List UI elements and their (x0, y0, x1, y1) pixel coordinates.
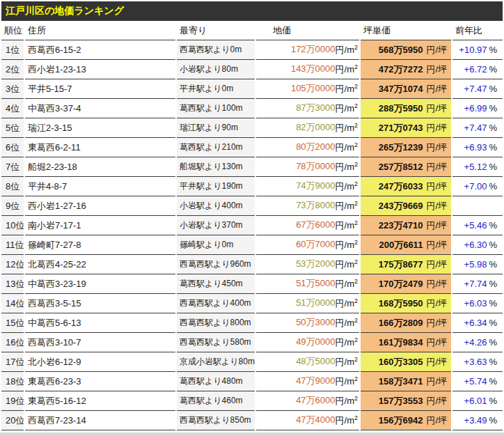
table-row: 6位 東葛西6-2-11 葛西駅より210m 80万2000円/m2 265万1… (1, 137, 503, 157)
table-row: 17位 北小岩6-12-9 京成小岩駅より80m 48万5000円/m2 160… (1, 352, 503, 371)
price-value: 105万0000 (291, 84, 336, 94)
rank-cell: 6位 (1, 137, 24, 157)
rank-cell: 15位 (1, 313, 24, 332)
tsubo-price-cell: 166万2809円/坪 (361, 313, 451, 332)
table-row: 10位 南小岩7-17-1 小岩駅より370m 67万6000円/m2 223万… (1, 215, 503, 235)
table-row: 19位 東葛西5-16-12 葛西駅より460m 47万6000円/m2 157… (1, 391, 503, 410)
rank-cell: 20位 (1, 410, 24, 430)
address-cell: 北小岩6-12-9 (25, 352, 175, 371)
tsubo-price-cell: 243万9669円/坪 (361, 196, 451, 215)
price-cell: 82万0000円/m2 (256, 118, 359, 137)
tsubo-price-cell: 161万9834円/坪 (361, 332, 451, 352)
yoy-cell: +6.72% (452, 59, 503, 79)
rank-cell: 19位 (1, 391, 24, 410)
price-unit: 円/m2 (336, 45, 358, 55)
price-unit: 円/m2 (336, 357, 358, 367)
table-body: 1位 西葛西6-15-2 西葛西駅より0m 172万0000円/m2 568万5… (1, 40, 503, 430)
price-unit: 円/m2 (336, 162, 358, 172)
station-cell: 葛西駅より210m (177, 137, 255, 157)
table-row: 2位 西小岩1-23-13 小岩駅より80m 143万0000円/m2 472万… (1, 59, 503, 79)
tsubo-price-unit: 円/坪 (426, 415, 447, 426)
tsubo-price-unit: 円/坪 (426, 103, 447, 114)
station-cell: 西葛西駅より0m (177, 40, 255, 59)
price-cell: 87万3000円/m2 (256, 98, 359, 118)
price-unit: 円/m2 (336, 298, 358, 309)
yoy-value: +7.47 (464, 123, 487, 133)
yoy-unit: % (489, 298, 497, 309)
tsubo-price-cell: 288万5950円/坪 (361, 98, 451, 118)
tsubo-price-cell: 170万2479円/坪 (361, 274, 451, 293)
tsubo-price-value: 156万6942 (379, 415, 423, 426)
rank-cell: 4位 (1, 98, 24, 118)
price-cell: 105万0000円/m2 (256, 79, 359, 98)
tsubo-price-value: 223万4710 (379, 220, 423, 231)
yoy-unit: % (489, 162, 497, 172)
tsubo-price-cell: 223万4710円/坪 (361, 215, 451, 235)
yoy-cell: +5.74% (452, 371, 503, 391)
yoy-value: +5.74 (464, 376, 487, 387)
table-row: 11位 篠崎町7-27-8 篠崎駅より0m 60万7000円/m2 200万66… (1, 235, 503, 254)
yoy-unit: % (489, 376, 497, 387)
address-cell: 中葛西3-23-19 (25, 274, 175, 293)
price-cell: 47万4000円/m2 (256, 410, 359, 430)
tsubo-price-unit: 円/坪 (426, 298, 447, 309)
price-unit: 円/m2 (336, 240, 358, 250)
yoy-cell: +7.47% (452, 79, 503, 98)
yoy-value: +6.34 (464, 318, 487, 328)
tsubo-price-cell: 200万6611円/坪 (361, 235, 451, 254)
yoy-cell: +5.12% (452, 157, 503, 176)
station-cell: 葛西駅より460m (177, 391, 255, 410)
table-row: 15位 中葛西5-6-13 西葛西駅より800m 50万3000円/m2 166… (1, 313, 503, 332)
table-row: 12位 北葛西4-25-22 西葛西駅より960m 53万2000円/m2 17… (1, 254, 503, 274)
tsubo-price-unit: 円/坪 (426, 318, 447, 328)
yoy-unit: % (489, 240, 497, 250)
yoy-unit: % (489, 396, 497, 406)
address-cell: 西葛西3-5-15 (25, 293, 175, 313)
rank-cell: 9位 (1, 196, 24, 215)
price-unit: 円/m2 (336, 415, 358, 426)
address-cell: 東葛西6-2-11 (25, 137, 175, 157)
price-unit: 円/m2 (336, 396, 358, 406)
yoy-value: +6.30 (464, 240, 487, 250)
tsubo-price-value: 472万7272 (379, 64, 423, 75)
table-row: 9位 西小岩1-27-16 小岩駅より400m 73万8000円/m2 243万… (1, 196, 503, 215)
station-cell: 葛西駅より450m (177, 274, 255, 293)
tsubo-price-unit: 円/坪 (426, 45, 447, 55)
price-cell: 67万6000円/m2 (256, 215, 359, 235)
tsubo-price-unit: 円/坪 (426, 142, 447, 153)
tsubo-price-cell: 175万8677円/坪 (361, 254, 451, 274)
price-cell: 53万2000円/m2 (256, 254, 359, 274)
price-cell: 60万7000円/m2 (256, 235, 359, 254)
price-unit: 円/m2 (336, 181, 358, 192)
tsubo-price-unit: 円/坪 (426, 181, 447, 192)
price-value: 143万0000 (291, 64, 336, 75)
yoy-cell: +5.46% (452, 215, 503, 235)
tsubo-price-value: 243万9669 (379, 201, 423, 211)
price-cell: 172万0000円/m2 (256, 40, 359, 59)
price-value: 47万6000 (296, 396, 335, 406)
header-station: 最寄り (177, 21, 255, 40)
price-unit: 円/m2 (336, 376, 358, 387)
rank-cell: 7位 (1, 157, 24, 176)
tsubo-price-unit: 円/坪 (426, 376, 447, 387)
table-row: 3位 平井5-15-7 平井駅より0m 105万0000円/m2 347万107… (1, 79, 503, 98)
yoy-value: +6.93 (464, 142, 487, 153)
header-tsubo-price: 坪単価 (361, 21, 451, 40)
yoy-value: +6.01 (464, 396, 487, 406)
station-cell: 西葛西駅より850m (177, 410, 255, 430)
tsubo-price-cell: 257万8512円/坪 (361, 157, 451, 176)
address-cell: 平井5-15-7 (25, 79, 175, 98)
price-value: 47万4000 (296, 415, 335, 426)
price-cell: 48万5000円/m2 (256, 352, 359, 371)
header-price: 地価 (256, 21, 359, 40)
station-cell: 平井駅より190m (177, 176, 255, 196)
yoy-unit: % (489, 64, 497, 75)
table-row: 1位 西葛西6-15-2 西葛西駅より0m 172万0000円/m2 568万5… (1, 40, 503, 59)
station-cell: 西葛西駅より400m (177, 293, 255, 313)
address-cell: 中葛西5-6-13 (25, 313, 175, 332)
price-cell: 50万3000円/m2 (256, 313, 359, 332)
tsubo-price-value: 271万0743 (379, 123, 423, 133)
yoy-unit: % (489, 259, 497, 270)
tsubo-price-cell: 568万5950円/坪 (361, 40, 451, 59)
rank-cell: 1位 (1, 40, 24, 59)
